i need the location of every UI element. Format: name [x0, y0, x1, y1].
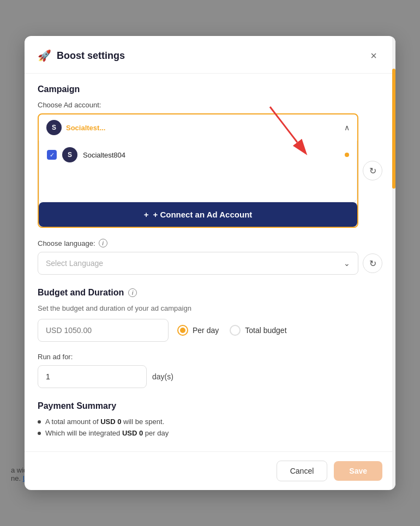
- language-dropdown-row: Select Language ⌄ ↻: [38, 252, 382, 275]
- budget-row: Per day Total budget: [38, 319, 382, 342]
- language-section: Choose language: i Select Language ⌄ ↻: [38, 239, 382, 275]
- payment-text-1: A total amount of USD 0 will be spent.: [45, 418, 164, 426]
- modal-title: Boost settings: [57, 50, 125, 62]
- checkbox-checked-icon: ✓: [47, 150, 57, 160]
- budget-title-text: Budget and Duration: [38, 288, 124, 298]
- payment-bold-2: USD 0: [122, 429, 143, 437]
- dropdown-item-socialtest804[interactable]: ✓ S Socialtest804: [39, 141, 357, 169]
- payment-bold-1: USD 0: [100, 418, 121, 426]
- payment-item-1: A total amount of USD 0 will be spent.: [38, 418, 382, 426]
- save-button[interactable]: Save: [334, 461, 382, 481]
- language-label: Choose language: i: [38, 239, 382, 247]
- plus-icon: +: [144, 210, 149, 219]
- run-ad-section: Run ad for: day(s): [38, 353, 382, 388]
- budget-input[interactable]: [38, 319, 169, 342]
- chevron-up-icon: ∧: [344, 123, 350, 132]
- ad-account-row: S Socialtest... ∧ ✓ S Socialtest804: [38, 113, 382, 228]
- per-day-option[interactable]: Per day: [177, 325, 219, 336]
- account-avatar: S: [46, 120, 62, 135]
- bullet-2: [38, 432, 41, 435]
- run-ad-row: day(s): [38, 365, 382, 388]
- modal-title-row: 🚀 Boost settings: [38, 49, 125, 62]
- payment-text-2: Which will be integrated USD 0 per day: [45, 429, 169, 437]
- refresh-icon-1: ↻: [369, 166, 376, 176]
- total-budget-label: Total budget: [245, 326, 286, 335]
- payment-section: Payment Summary A total amount of USD 0 …: [38, 401, 382, 437]
- cancel-button[interactable]: Cancel: [277, 461, 328, 481]
- language-label-text: Choose language:: [38, 239, 95, 247]
- ad-account-dropdown[interactable]: S Socialtest... ∧ ✓ S Socialtest804: [38, 113, 358, 228]
- payment-section-title: Payment Summary: [38, 401, 382, 411]
- budget-info-icon: i: [128, 288, 137, 297]
- budget-subtitle: Set the budget and duration of your ad c…: [38, 304, 382, 312]
- days-input[interactable]: [38, 365, 147, 388]
- refresh-button-2[interactable]: ↻: [363, 253, 382, 273]
- ad-account-label: Choose Ad account:: [38, 101, 382, 109]
- budget-section-title: Budget and Duration i: [38, 288, 382, 298]
- total-budget-option[interactable]: Total budget: [230, 325, 286, 336]
- dropdown-list: ✓ S Socialtest804: [39, 141, 357, 202]
- dropdown-trigger[interactable]: S Socialtest... ∧: [39, 114, 357, 141]
- campaign-section-title: Campaign: [38, 84, 382, 94]
- orange-dot-indicator: [345, 153, 349, 157]
- language-info-icon: i: [99, 239, 107, 247]
- per-day-label: Per day: [193, 326, 219, 335]
- payment-item-2: Which will be integrated USD 0 per day: [38, 429, 382, 437]
- boost-settings-modal: 🚀 Boost settings × Campaign Choose Ad ac…: [25, 36, 395, 490]
- item-name: Socialtest804: [83, 151, 125, 159]
- checkmark-icon: ✓: [50, 152, 55, 159]
- dropdown-spacer: [39, 169, 357, 202]
- close-button[interactable]: ×: [365, 47, 382, 64]
- chevron-down-icon: ⌄: [344, 259, 350, 268]
- connect-ad-account-button[interactable]: + + Connect an Ad Account: [39, 202, 357, 227]
- scrollbar-thumb[interactable]: [392, 69, 395, 189]
- selected-account: S Socialtest...: [46, 120, 105, 135]
- language-dropdown[interactable]: Select Language ⌄: [38, 252, 358, 275]
- language-placeholder: Select Language: [46, 259, 103, 268]
- modal-body: Campaign Choose Ad account: S Socialtest…: [25, 74, 395, 451]
- budget-radio-group: Per day Total budget: [177, 325, 287, 336]
- budget-section: Budget and Duration i Set the budget and…: [38, 288, 382, 388]
- days-label: day(s): [152, 372, 173, 381]
- modal-header: 🚀 Boost settings ×: [25, 36, 395, 74]
- rocket-icon: 🚀: [38, 49, 51, 62]
- total-budget-radio[interactable]: [230, 325, 241, 336]
- modal-backdrop: 🚀 Boost settings × Campaign Choose Ad ac…: [0, 0, 420, 526]
- refresh-icon-2: ↻: [369, 258, 376, 269]
- bullet-1: [38, 420, 41, 424]
- run-ad-label: Run ad for:: [38, 353, 382, 361]
- refresh-button-1[interactable]: ↻: [363, 161, 382, 180]
- account-name: Socialtest...: [66, 124, 105, 132]
- connect-button-label: + Connect an Ad Account: [153, 210, 252, 219]
- modal-footer: Cancel Save: [25, 451, 395, 490]
- per-day-radio[interactable]: [177, 325, 188, 336]
- item-avatar: S: [62, 147, 77, 162]
